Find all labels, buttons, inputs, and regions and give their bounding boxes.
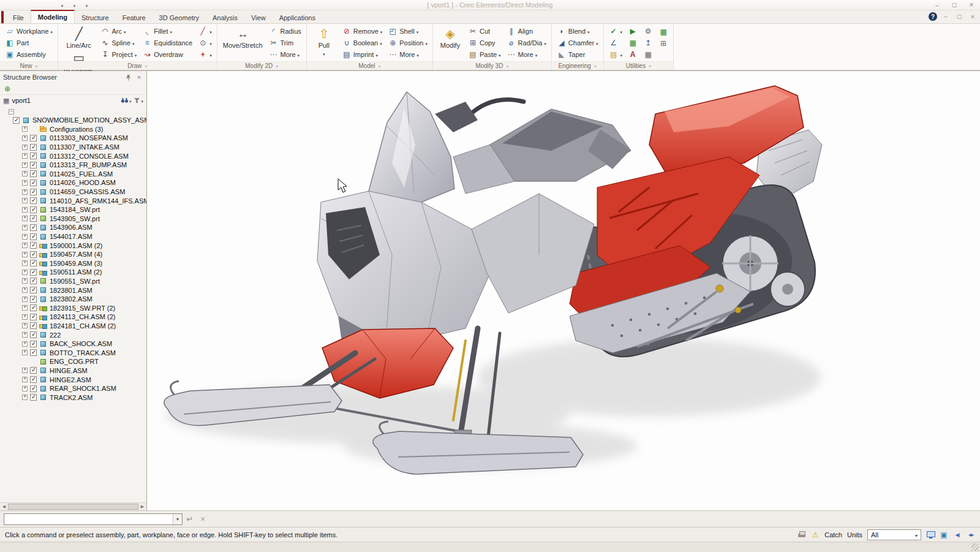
ribbon-button-chamfer[interactable]: Chamfer (555, 37, 600, 49)
viewport-tool-button[interactable] (439, 513, 453, 525)
expand-icon[interactable] (22, 377, 28, 382)
checkbox[interactable] (30, 314, 37, 320)
expand-icon[interactable] (22, 386, 28, 391)
expand-icon[interactable] (22, 252, 28, 257)
group-dialog-launcher-icon[interactable] (145, 62, 147, 69)
checkbox[interactable] (30, 367, 37, 374)
expand-icon[interactable] (22, 395, 28, 400)
expand-icon[interactable] (22, 305, 28, 311)
ribbon-tab[interactable]: Feature (116, 12, 153, 23)
tree-item[interactable]: 1543184_SW.prt (0, 205, 146, 214)
command-input[interactable] (4, 514, 173, 524)
expand-icon[interactable] (22, 368, 28, 373)
model-box-icon[interactable] (940, 531, 948, 539)
tree-item[interactable]: 1823801.ASM (0, 285, 146, 295)
ribbon-button-equidistance[interactable]: Equidistance (140, 37, 194, 49)
ribbon-tab[interactable]: View (244, 12, 273, 23)
tree-item[interactable]: 1590511.ASM (2) (0, 268, 146, 277)
tree-item[interactable]: 1590459.ASM (3) (0, 259, 146, 268)
search-button[interactable] (121, 97, 132, 104)
tree-item[interactable]: 0114659_CHASSIS.ASM (0, 187, 146, 197)
ribbon-button-blend[interactable]: Blend (555, 26, 600, 37)
expand-icon[interactable] (22, 153, 28, 159)
group-dialog-launcher-icon[interactable] (506, 62, 508, 69)
quick-access-button[interactable] (76, 1, 88, 10)
close-panel-icon[interactable]: × (135, 73, 143, 81)
expand-icon[interactable] (22, 135, 28, 141)
tree-item[interactable]: 0113303_NOSEPAN.ASM (0, 134, 146, 143)
checkbox[interactable] (30, 349, 37, 356)
checkbox[interactable] (30, 260, 37, 267)
expand-icon[interactable] (22, 180, 28, 186)
ribbon-button-project[interactable]: Project (98, 48, 138, 60)
checkbox[interactable] (30, 341, 37, 347)
minimize-button[interactable] (929, 1, 946, 10)
command-history-dropdown-icon[interactable] (173, 514, 182, 524)
help-icon[interactable] (929, 12, 937, 21)
checkbox[interactable] (30, 331, 37, 338)
command-enter-icon[interactable] (184, 513, 195, 524)
command-abort-icon[interactable] (197, 513, 208, 524)
ribbon-tab[interactable]: Analysis (206, 12, 244, 23)
checkbox[interactable] (30, 296, 37, 303)
group-dialog-launcher-icon[interactable] (35, 62, 37, 69)
viewport-tool-button[interactable] (472, 513, 486, 525)
tree-item[interactable]: 0113313_FR_BUMP.ASM (0, 161, 146, 170)
ribbon-tab[interactable]: Structure (75, 12, 116, 23)
checkbox[interactable] (30, 153, 37, 159)
expand-icon[interactable] (22, 287, 28, 293)
ribbon-button-line-arc[interactable]: Line/Arc (61, 25, 97, 49)
ribbon-button-move-stretch[interactable]: Move/Stretch (221, 25, 265, 60)
ribbon-button-trim[interactable]: Trim (267, 37, 303, 49)
ribbon-button-calc[interactable] (657, 37, 670, 49)
tree-item[interactable]: HINGE.ASM (0, 366, 146, 376)
ribbon-button-part[interactable]: Part (3, 37, 55, 49)
ribbon-button-taper[interactable]: Taper (555, 48, 600, 60)
expand-icon[interactable] (22, 350, 28, 355)
ribbon-button-radius[interactable]: Radius (267, 26, 303, 37)
nav-arrows-icon[interactable] (967, 531, 975, 539)
ribbon-button-workplane[interactable]: Workplane (3, 26, 55, 37)
expand-icon[interactable] (22, 207, 28, 213)
checkbox[interactable] (30, 376, 37, 383)
expand-icon[interactable] (22, 198, 28, 203)
expand-icon[interactable] (22, 323, 28, 328)
checkbox[interactable] (30, 215, 37, 222)
group-dialog-launcher-icon[interactable] (276, 62, 278, 69)
speaker-icon[interactable] (953, 531, 962, 539)
ribbon-button-spline[interactable]: Spline (98, 37, 138, 49)
tree-item[interactable]: BOTTO_TRACK.ASM (0, 348, 146, 357)
ribbon-button-boolean[interactable]: Boolean (340, 37, 384, 49)
expand-icon[interactable] (22, 162, 28, 168)
tree-root-assembly[interactable]: SNOWMOBILE_MOTION_ASSY_ASM_ (0, 116, 146, 125)
ribbon-button-more[interactable]: More (267, 48, 303, 60)
ribbon-button-text[interactable] (626, 48, 639, 60)
tree-item[interactable]: 1590001.ASM (2) (0, 241, 146, 250)
tree-item[interactable]: 0113307_INTAKE.ASM (0, 143, 146, 152)
checkbox[interactable] (30, 206, 37, 213)
checkbox[interactable] (30, 287, 37, 293)
checkbox[interactable] (13, 117, 20, 124)
document-restore-button[interactable] (954, 12, 964, 21)
tree-item[interactable]: ENG_COG.PRT (0, 357, 146, 366)
tree-item[interactable]: 1544017.ASM (0, 232, 146, 241)
expand-icon[interactable] (22, 314, 28, 320)
collapse-icon[interactable] (9, 109, 14, 115)
viewport-tool-button[interactable] (423, 513, 436, 525)
ribbon-button-assembly[interactable]: Assembly (3, 48, 55, 60)
checkbox[interactable] (30, 269, 37, 276)
tree-item[interactable]: 114010_AFS_RMK144_IFS.ASM (0, 196, 146, 205)
printer-icon[interactable] (797, 531, 806, 539)
ribbon-button-line2[interactable] (196, 26, 214, 37)
viewport-tool-button[interactable] (489, 513, 502, 525)
ribbon-button-settings[interactable] (641, 26, 655, 37)
checkbox[interactable] (30, 322, 37, 329)
tree-item[interactable]: 1590551_SW.prt (0, 277, 146, 286)
ribbon-button-checkedit[interactable] (607, 26, 625, 37)
group-dialog-launcher-icon[interactable] (378, 62, 380, 69)
tree-item[interactable]: 1823802.ASM (0, 295, 146, 304)
selection-filter-dropdown[interactable]: All (867, 529, 921, 540)
expand-icon[interactable] (22, 332, 28, 338)
ribbon-button-align[interactable]: Align (505, 26, 548, 37)
quick-access-button[interactable] (64, 1, 75, 10)
